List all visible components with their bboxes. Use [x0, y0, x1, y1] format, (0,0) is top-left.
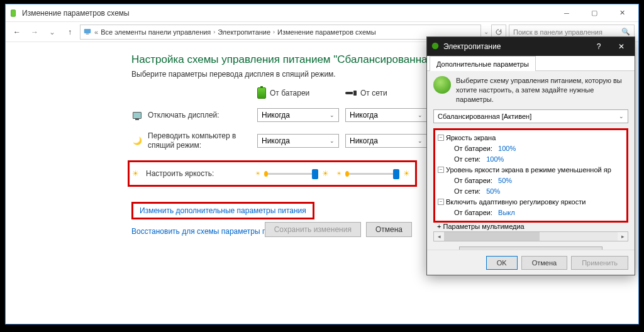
tree-node-multimedia[interactable]: Параметры мультимедиа [443, 223, 525, 230]
sun-small-icon: ☀ [255, 170, 260, 177]
crumb-all-items[interactable]: Все элементы панели управления [101, 28, 211, 36]
battery-icon [257, 87, 266, 99]
dialog-tabs: Дополнительные параметры [427, 56, 635, 71]
highlight-advanced-link: Изменить дополнительные параметры питани… [131, 202, 314, 219]
apply-button[interactable]: Применить [571, 256, 628, 270]
brightness-ac-slider[interactable]: ☀ ☀ [336, 169, 410, 178]
footer-buttons: Сохранить изменения Отмена [265, 222, 412, 237]
svg-rect-2 [86, 33, 89, 34]
sun-icon: ☀ [130, 169, 141, 178]
sun-large-icon: ☀ [322, 169, 329, 178]
dialog-description: Выберите схему управления питанием, кото… [456, 76, 628, 104]
search-placeholder: Поиск в панели управления [513, 28, 602, 36]
adaptive-battery-value[interactable]: Выкл [498, 208, 515, 218]
collapse-icon[interactable]: − [438, 199, 444, 205]
battery-column-header: От батареи [257, 87, 345, 99]
row-label: Настроить яркость: [146, 169, 255, 178]
adaptive-ac-value[interactable]: Выкл [486, 218, 503, 223]
highlight-settings-tree: −Яркость экрана От батареи: 100% От сети… [433, 128, 628, 223]
scroll-left-icon[interactable]: ◂ [434, 232, 444, 241]
row-brightness: ☀ Настроить яркость: ☀ ☀ ☀ ☀ [130, 166, 413, 181]
brightness-battery-value[interactable]: 100% [498, 143, 516, 154]
brightness-ac-value[interactable]: 100% [486, 154, 504, 165]
collapse-icon[interactable]: − [438, 167, 444, 173]
moon-icon: 🌙 [131, 136, 143, 145]
titlebar: Изменение параметров схемы ─ ▢ ✕ [6, 4, 638, 22]
display-off-ac-combo[interactable]: Никогда⌄ [345, 108, 427, 122]
tree-node-dim-brightness[interactable]: Уровень яркости экрана в режиме уменьшен… [446, 165, 611, 175]
recent-locations-button[interactable]: ⌄ [45, 25, 60, 40]
dialog-cancel-button[interactable]: Отмена [521, 256, 567, 270]
help-button[interactable]: ? [589, 40, 608, 53]
row-label: Отключать дисплей: [148, 111, 257, 119]
up-button[interactable]: ↑ [62, 25, 77, 40]
dim-ac-value[interactable]: 50% [486, 186, 500, 197]
back-button[interactable]: ← [9, 25, 25, 40]
tab-advanced[interactable]: Дополнительные параметры [430, 56, 536, 71]
power-icon [431, 42, 440, 52]
crumb-prefix: « [94, 28, 98, 36]
crumb-edit-plan[interactable]: Изменение параметров схемы [277, 28, 375, 36]
dim-battery-value[interactable]: 50% [498, 175, 512, 186]
close-button[interactable]: ✕ [608, 4, 636, 22]
dialog-title: Электропитание [443, 42, 501, 51]
save-button[interactable]: Сохранить изменения [265, 222, 361, 237]
power-plan-icon [8, 8, 18, 18]
horizontal-scrollbar[interactable]: ◂ ▸ [433, 231, 628, 241]
advanced-settings-link[interactable]: Изменить дополнительные параметры питани… [140, 206, 306, 215]
highlight-brightness-row: ☀ Настроить яркость: ☀ ☀ ☀ ☀ [128, 160, 417, 187]
scheme-combo[interactable]: Сбалансированная [Активен]⌄ [433, 109, 628, 123]
sun-large-icon: ☀ [403, 169, 410, 178]
brightness-battery-slider[interactable]: ☀ ☀ [255, 169, 329, 178]
chevron-right-icon: › [273, 29, 275, 35]
settings-tree[interactable]: −Яркость экрана От батареи: 100% От сети… [436, 133, 625, 223]
window-title: Изменение параметров схемы [22, 9, 553, 18]
breadcrumb-dropdown-icon[interactable]: ⌄ [484, 28, 489, 35]
dialog-close-button[interactable]: ✕ [612, 40, 631, 53]
svg-rect-0 [11, 9, 16, 16]
maximize-button[interactable]: ▢ [580, 4, 608, 22]
dialog-titlebar: Электропитание ? ✕ [427, 37, 635, 56]
scrollbar-thumb[interactable] [444, 232, 540, 241]
scroll-right-icon[interactable]: ▸ [618, 232, 628, 241]
power-options-dialog: Электропитание ? ✕ Дополнительные параме… [426, 36, 635, 275]
monitor-icon [131, 112, 143, 119]
chevron-right-icon: › [213, 29, 215, 35]
svg-rect-1 [84, 28, 91, 33]
dialog-footer: OK Отмена Применить [427, 250, 635, 275]
sun-small-icon: ☀ [336, 170, 341, 177]
cancel-button[interactable]: Отмена [366, 222, 412, 237]
search-icon: 🔍 [621, 28, 630, 36]
collapse-icon[interactable]: − [438, 135, 444, 141]
control-panel-icon [83, 27, 92, 37]
crumb-power[interactable]: Электропитание [218, 28, 270, 36]
expand-icon[interactable]: + [437, 223, 441, 230]
ok-button[interactable]: OK [486, 256, 518, 270]
power-scheme-icon [433, 76, 451, 94]
plug-icon [345, 90, 357, 96]
tree-node-adaptive[interactable]: Включить адаптивную регулировку яркости [446, 197, 586, 208]
ac-column-header: От сети [345, 87, 433, 99]
svg-point-3 [432, 42, 439, 49]
sleep-ac-combo[interactable]: Никогда⌄ [345, 134, 427, 148]
forward-button[interactable]: → [27, 25, 42, 40]
dialog-body: Выберите схему управления питанием, кото… [427, 71, 635, 267]
row-label: Переводить компьютер в спящий режим: [148, 131, 257, 150]
sleep-battery-combo[interactable]: Никогда⌄ [257, 134, 339, 148]
tree-node-brightness[interactable]: Яркость экрана [446, 133, 496, 143]
breadcrumb[interactable]: « Все элементы панели управления › Элект… [80, 25, 481, 40]
minimize-button[interactable]: ─ [553, 4, 580, 22]
display-off-battery-combo[interactable]: Никогда⌄ [257, 108, 339, 122]
